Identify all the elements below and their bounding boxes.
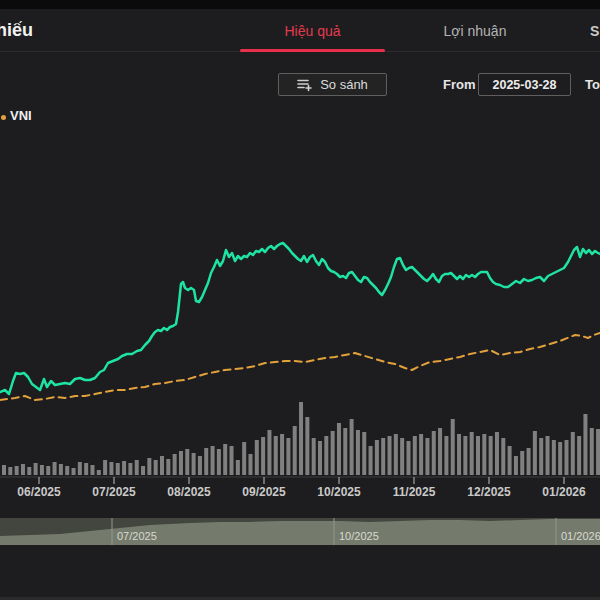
vni-legend-label[interactable]: VNI [10,108,32,123]
svg-text:10/2025: 10/2025 [317,485,361,499]
svg-text:08/2025: 08/2025 [167,485,211,499]
compare-button-label: So sánh [320,77,368,92]
compare-button[interactable]: So sánh [278,73,387,96]
navigator-label-3: 01/2026 [561,530,600,542]
tab-clipped[interactable]: S [590,23,600,43]
svg-text:06/2025: 06/2025 [17,485,61,499]
svg-text:07/2025: 07/2025 [92,485,136,499]
vni-legend-marker [1,115,6,120]
from-label: From [443,77,476,92]
navigator-label-2: 10/2025 [339,530,379,542]
svg-text:09/2025: 09/2025 [242,485,286,499]
tab-loi-nhuan[interactable]: Lợi nhuận [415,23,535,43]
from-date-input[interactable] [478,73,571,96]
active-tab-underline [240,49,385,52]
navigator-label-1: 07/2025 [117,530,157,542]
playlist-add-icon [297,77,313,92]
window-top-strip [0,0,600,9]
to-label: To [585,77,600,92]
svg-text:12/2025: 12/2025 [467,485,511,499]
tab-hieu-qua[interactable]: Hiệu quả [240,23,385,43]
svg-text:11/2025: 11/2025 [393,485,436,499]
page-title: hiếu [0,20,33,41]
svg-text:01/2026: 01/2026 [542,485,586,499]
